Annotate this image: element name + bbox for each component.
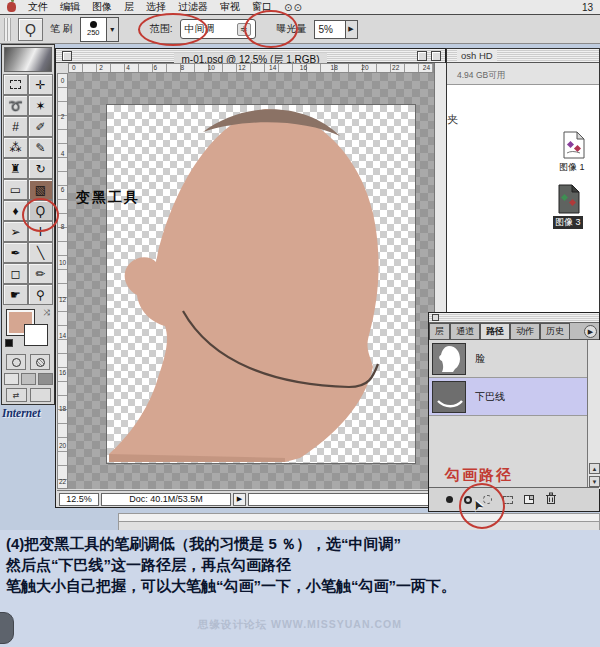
- blur-tool[interactable]: ♦: [3, 200, 28, 221]
- menu-layer[interactable]: 层: [124, 0, 134, 14]
- path-row-face[interactable]: 脸: [429, 340, 587, 378]
- canvas-title-bar[interactable]: m-01.psd @ 12.5% (层 1,RGB): [56, 49, 445, 63]
- tab-actions[interactable]: 动作: [510, 323, 540, 339]
- move-tool[interactable]: ✛: [28, 74, 53, 95]
- menu-view[interactable]: 审视: [220, 0, 240, 14]
- line-icon: ╲: [37, 246, 44, 260]
- file-label-image3[interactable]: 图像 3: [553, 216, 583, 229]
- line-tool[interactable]: ╲: [28, 242, 53, 263]
- status-arrow-button[interactable]: ▶: [233, 493, 246, 506]
- quick-mask-button[interactable]: [30, 354, 50, 370]
- magic-wand-icon: ✶: [35, 99, 45, 113]
- new-path-button[interactable]: [524, 495, 534, 504]
- standard-screen-button[interactable]: [4, 373, 19, 385]
- menu-window[interactable]: 窗口: [252, 0, 272, 14]
- gradient-tool[interactable]: ▧: [28, 179, 53, 200]
- brush-picker[interactable]: 250 ▾: [80, 17, 119, 42]
- zoom-level-field[interactable]: 12.5%: [59, 493, 99, 506]
- clone-stamp-icon: ♜: [10, 162, 21, 176]
- eyedropper-icon: ✐: [35, 120, 45, 134]
- brush-dropdown-arrow-icon[interactable]: ▾: [107, 17, 119, 42]
- collapse-box[interactable]: [431, 51, 441, 61]
- menu-bar: 文件 编辑 图像 层 选择 过滤器 审视 窗口 ⊙⊙ 13: [0, 0, 600, 15]
- fullscreen-menubar-button[interactable]: [21, 373, 36, 385]
- brush-preview[interactable]: 250: [80, 17, 107, 42]
- tool-palette: ✛ ➰ ✶ # ✐ ⁂ ✎ ♜ ↻ ▭ ▧ ♦ Ϙ ➢ I ✒ ╲ ◻ ✏ ☛ …: [1, 44, 55, 405]
- file-label-image1[interactable]: 图像 1: [559, 161, 585, 174]
- burn-tool[interactable]: Ϙ: [28, 200, 53, 221]
- range-value: 中间调: [185, 22, 215, 36]
- measure-tool[interactable]: ✏: [28, 263, 53, 284]
- tab-paths[interactable]: 路径: [480, 323, 510, 339]
- site-watermark: 思缘设计论坛 WWW.MISSYUAN.COM: [0, 618, 600, 632]
- delete-path-button[interactable]: [545, 491, 557, 509]
- file-icon-image3[interactable]: [557, 184, 581, 218]
- tab-channels[interactable]: 通道: [450, 323, 480, 339]
- exposure-value[interactable]: 5%: [314, 20, 346, 39]
- zoom-tool[interactable]: ⚲: [28, 284, 53, 305]
- clone-stamp-tool[interactable]: ♜: [3, 158, 28, 179]
- canvas-image-area[interactable]: [106, 104, 416, 464]
- eyedropper-tool[interactable]: ✐: [28, 116, 53, 137]
- paintbrush-tool[interactable]: ✎: [28, 137, 53, 158]
- exposure-arrow-icon[interactable]: ▶: [346, 20, 358, 39]
- pen-tool[interactable]: ✒: [3, 242, 28, 263]
- finder-title-bar[interactable]: osh HD: [447, 49, 599, 63]
- shape-tool[interactable]: ◻: [3, 263, 28, 284]
- tab-layers[interactable]: 层: [429, 323, 450, 339]
- close-box[interactable]: [62, 51, 72, 61]
- path-row-chinline[interactable]: 下巴线: [429, 378, 587, 416]
- magic-wand-tool[interactable]: ✶: [28, 95, 53, 116]
- menu-image[interactable]: 图像: [92, 0, 112, 14]
- zoom-box[interactable]: [417, 51, 427, 61]
- jump-to-imageready-button[interactable]: ⇄: [6, 388, 27, 402]
- standard-mode-button[interactable]: [6, 354, 26, 370]
- crop-tool[interactable]: #: [3, 116, 28, 137]
- palette-menu-arrow-icon[interactable]: ▶: [584, 325, 597, 338]
- file-icon-image1[interactable]: [562, 131, 586, 163]
- type-tool[interactable]: I: [28, 221, 53, 242]
- scroll-down-icon[interactable]: ▼: [589, 476, 600, 487]
- swap-colors-icon[interactable]: ⤨: [44, 308, 50, 318]
- lasso-icon: ➰: [8, 99, 23, 113]
- background-color-swatch[interactable]: [24, 324, 48, 346]
- brush-size: 250: [87, 29, 100, 37]
- path-select-tool[interactable]: ➢: [3, 221, 28, 242]
- path-label-face: 脸: [475, 352, 485, 366]
- menu-filter[interactable]: 过滤器: [178, 0, 208, 14]
- paths-scrollbar[interactable]: ▲ ▼: [587, 340, 600, 489]
- eyes-icon: ⊙⊙: [284, 2, 303, 13]
- eraser-tool[interactable]: ▭: [3, 179, 28, 200]
- paths-close-box[interactable]: [432, 314, 439, 321]
- exposure-control[interactable]: 5% ▶: [314, 20, 358, 39]
- fullscreen-button[interactable]: [38, 373, 53, 385]
- menu-select[interactable]: 选择: [146, 0, 166, 14]
- range-label: 范围:: [150, 22, 173, 36]
- rectangular-marquee-tool[interactable]: [3, 74, 28, 95]
- fill-path-button[interactable]: [446, 496, 453, 503]
- window-bottom-edges: [118, 513, 600, 531]
- history-brush-icon: ↻: [35, 162, 45, 176]
- tutorial-line-1: (4)把变黑工具的笔刷调低（我的习惯是 5 ％），选“中间调”: [6, 535, 401, 554]
- internet-desktop-label[interactable]: Internet: [2, 407, 40, 419]
- range-select[interactable]: 中间调 ≑: [180, 19, 256, 39]
- menu-file[interactable]: 文件: [28, 0, 48, 14]
- apple-logo-icon[interactable]: [7, 2, 16, 12]
- canvas-pasteboard[interactable]: 变黑工具: [68, 73, 434, 489]
- default-colors-icon[interactable]: [5, 339, 13, 347]
- imageready-secondary-button[interactable]: [30, 388, 51, 402]
- tab-history[interactable]: 历史: [540, 323, 570, 339]
- paths-title-bar[interactable]: [429, 313, 599, 323]
- path-label-chinline: 下巴线: [475, 390, 505, 404]
- brush-label: 笔 刷: [50, 22, 73, 36]
- palette-tabs: 层 通道 路径 动作 历史 ▶: [429, 323, 599, 340]
- hand-tool[interactable]: ☛: [3, 284, 28, 305]
- lasso-tool[interactable]: ➰: [3, 95, 28, 116]
- history-brush-tool[interactable]: ↻: [28, 158, 53, 179]
- folder-label-fragment: 夹: [447, 112, 458, 127]
- options-grip[interactable]: [4, 18, 11, 41]
- make-work-path-button[interactable]: [503, 496, 513, 504]
- menu-edit[interactable]: 编辑: [60, 0, 80, 14]
- scroll-up-icon[interactable]: ▲: [589, 463, 600, 474]
- airbrush-tool[interactable]: ⁂: [3, 137, 28, 158]
